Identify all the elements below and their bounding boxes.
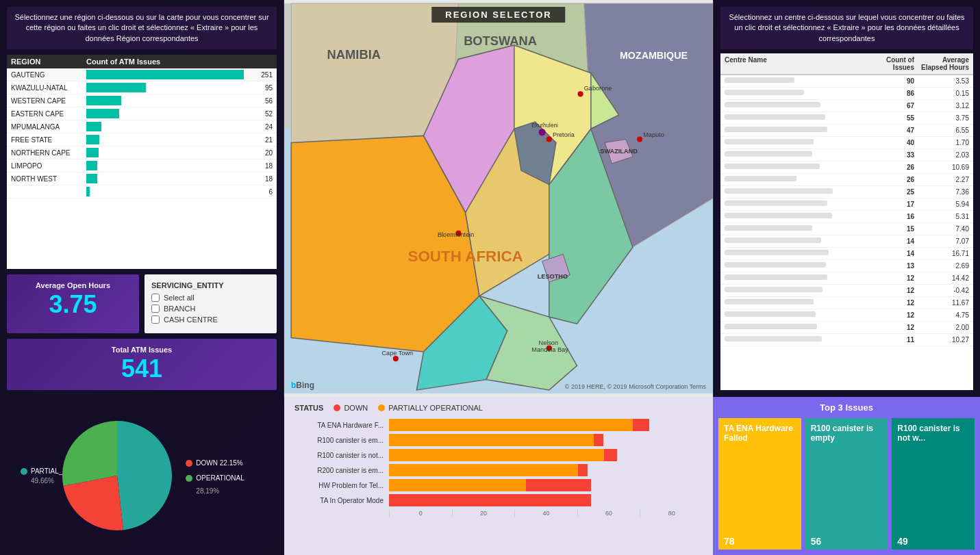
centre-table-row[interactable]: 26 10.69 bbox=[720, 162, 973, 174]
servicing-option[interactable]: CASH CENTRE bbox=[151, 315, 270, 324]
centre-count: 12 bbox=[866, 274, 914, 282]
centre-table-row[interactable]: 15 7.40 bbox=[720, 223, 973, 235]
centre-table-row[interactable]: 90 3.53 bbox=[720, 75, 973, 88]
centre-table-row[interactable]: 25 7.36 bbox=[720, 186, 973, 198]
centre-count: 12 bbox=[866, 324, 914, 331]
centre-table-row[interactable]: 13 2.69 bbox=[720, 260, 973, 272]
centre-table-row[interactable]: 12 2.00 bbox=[720, 322, 973, 334]
centre-table-row[interactable]: 55 3.75 bbox=[720, 112, 973, 125]
down-legend: DOWN 22.15% bbox=[186, 459, 244, 467]
top3-item[interactable]: R100 canister is empty 56 bbox=[805, 418, 888, 550]
servicing-checkbox[interactable] bbox=[151, 305, 160, 313]
region-bar-fill bbox=[86, 83, 146, 92]
bar-wrapper bbox=[389, 464, 703, 476]
centre-count: 17 bbox=[866, 201, 914, 208]
centre-table-row[interactable]: 47 6.55 bbox=[720, 125, 973, 137]
centre-count: 33 bbox=[866, 151, 914, 159]
centre-table-row[interactable]: 12 14.42 bbox=[720, 272, 973, 285]
avg-open-hours-value: 3.75 bbox=[14, 289, 132, 319]
horiz-bar-row: TA In Operator Mode bbox=[294, 494, 703, 506]
centre-name bbox=[725, 262, 826, 268]
top3-item-label: TA ENA Hardware Failed bbox=[718, 418, 801, 533]
centre-avg: 11.67 bbox=[914, 299, 969, 307]
servicing-checkbox[interactable] bbox=[151, 315, 160, 324]
region-row[interactable]: EASTERN CAPE 52 bbox=[7, 107, 277, 120]
centre-table-row[interactable]: 67 3.12 bbox=[720, 100, 973, 112]
centre-table-row[interactable]: 12 11.67 bbox=[720, 297, 973, 309]
svg-text:Maputo: Maputo bbox=[643, 131, 664, 138]
region-row[interactable]: WESTERN CAPE 56 bbox=[7, 94, 277, 107]
region-count: 18 bbox=[245, 175, 273, 183]
servicing-option[interactable]: BRANCH bbox=[151, 305, 270, 313]
centre-table-row[interactable]: 16 5.31 bbox=[720, 211, 973, 223]
region-row[interactable]: FREE STATE 21 bbox=[7, 133, 277, 146]
region-name: WESTERN CAPE bbox=[11, 97, 86, 105]
centre-table-row[interactable]: 14 7.07 bbox=[720, 235, 973, 248]
svg-text:LESOTHO: LESOTHO bbox=[538, 273, 568, 280]
centre-table-row[interactable]: 86 0.15 bbox=[720, 88, 973, 100]
centre-avg: 3.12 bbox=[914, 102, 969, 109]
centre-avg: 14.42 bbox=[914, 274, 969, 282]
avg-open-hours-label: Average Open Hours bbox=[14, 281, 132, 289]
centre-name bbox=[725, 151, 812, 157]
centre-name bbox=[725, 90, 804, 95]
right-panel: Sélectionnez un centre ci-dessous sur le… bbox=[713, 0, 980, 397]
map-container[interactable]: NAMIBIA BOTSWANA MOZAMBIQUE SWAZILAND LE… bbox=[284, 0, 713, 397]
centre-avg: 5.31 bbox=[914, 213, 969, 220]
region-bar bbox=[86, 148, 245, 157]
region-bar bbox=[86, 83, 245, 92]
centre-table-row[interactable]: 11 10.27 bbox=[720, 334, 973, 346]
centre-table-body[interactable]: 90 3.53 86 0.15 67 3.12 55 3.75 47 6.55 … bbox=[720, 75, 973, 390]
centre-avg: 10.69 bbox=[914, 164, 969, 171]
bar-label: R200 canister is em... bbox=[294, 467, 384, 474]
region-row[interactable]: MPUMALANGA 24 bbox=[7, 120, 277, 133]
servicing-option-label: Select all bbox=[164, 294, 194, 302]
centre-count: 25 bbox=[866, 188, 914, 196]
centre-count: 11 bbox=[866, 336, 914, 344]
down-label: DOWN 22.15% bbox=[196, 459, 242, 467]
servicing-option[interactable]: Select all bbox=[151, 294, 270, 302]
top3-item[interactable]: TA ENA Hardware Failed 78 bbox=[718, 418, 801, 550]
centre-table-row[interactable]: 12 -0.42 bbox=[720, 285, 973, 297]
horiz-bar-row: R200 canister is em... bbox=[294, 464, 703, 476]
horiz-bar-row: HW Problem for Tel... bbox=[294, 479, 703, 491]
map-svg[interactable]: NAMIBIA BOTSWANA MOZAMBIQUE SWAZILAND LE… bbox=[284, 0, 713, 397]
svg-point-22 bbox=[578, 91, 583, 96]
region-row[interactable]: 6 bbox=[7, 185, 277, 198]
centre-count: 26 bbox=[866, 164, 914, 171]
horiz-bar-row: R100 canister is em... bbox=[294, 434, 703, 446]
centre-table-row[interactable]: 14 16.71 bbox=[720, 248, 973, 260]
region-name: KWAZULU-NATAL bbox=[11, 84, 86, 92]
region-row[interactable]: NORTHERN CAPE 20 bbox=[7, 146, 277, 159]
region-row[interactable]: LIMPOPO 18 bbox=[7, 159, 277, 172]
region-row[interactable]: NORTH WEST 18 bbox=[7, 172, 277, 185]
x-tick-40: 40 bbox=[514, 510, 577, 517]
bar-label: HW Problem for Tel... bbox=[294, 482, 384, 489]
centre-table: Centre Name Count of Issues Average Elap… bbox=[720, 53, 973, 390]
horiz-bar-row: R100 canister is not... bbox=[294, 449, 703, 461]
region-count: 6 bbox=[245, 188, 273, 196]
centre-table-row[interactable]: 40 1.70 bbox=[720, 137, 973, 149]
centre-table-row[interactable]: 26 2.27 bbox=[720, 174, 973, 186]
centre-count: 12 bbox=[866, 299, 914, 307]
region-name: LIMPOPO bbox=[11, 162, 86, 170]
centre-name bbox=[725, 102, 820, 107]
centre-count: 13 bbox=[866, 262, 914, 270]
servicing-checkbox[interactable] bbox=[151, 294, 160, 302]
region-row[interactable]: GAUTENG 251 bbox=[7, 68, 277, 81]
region-row[interactable]: KWAZULU-NATAL 95 bbox=[7, 81, 277, 94]
centre-avg: 16.71 bbox=[914, 250, 969, 257]
bar-wrapper bbox=[389, 419, 703, 431]
region-bar bbox=[86, 187, 245, 196]
centre-table-row[interactable]: 17 5.94 bbox=[720, 198, 973, 211]
centre-table-row[interactable]: 33 2.03 bbox=[720, 149, 973, 162]
centre-name bbox=[725, 201, 827, 206]
top3-item[interactable]: R100 canister is not w... 49 bbox=[892, 418, 975, 550]
svg-text:Bloemfontein: Bloemfontein bbox=[438, 231, 474, 238]
centre-count: 12 bbox=[866, 287, 914, 294]
top3-item-count: 56 bbox=[805, 533, 888, 550]
horiz-bar-row: TA ENA Hardware F... bbox=[294, 419, 703, 431]
region-name: GAUTENG bbox=[11, 71, 86, 79]
bar-label: R100 canister is em... bbox=[294, 437, 384, 444]
centre-table-row[interactable]: 12 4.75 bbox=[720, 309, 973, 322]
